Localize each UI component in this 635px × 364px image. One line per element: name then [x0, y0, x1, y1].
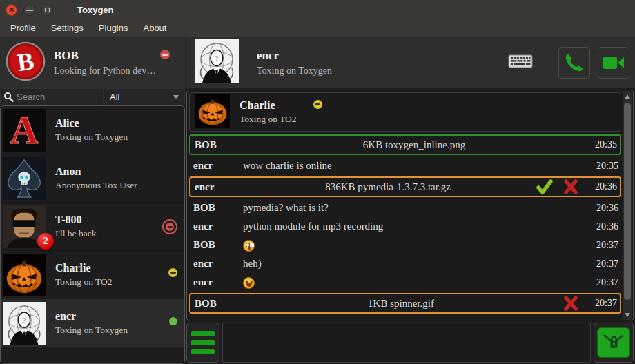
menubar: Profile Settings Plugins About [0, 19, 635, 37]
message-text: pymedia? what is it? [243, 202, 585, 214]
message-row: encrwow charlie is online20:35 [189, 156, 621, 175]
message-text [243, 239, 585, 251]
message-row: BOB20:37 [189, 236, 621, 254]
toxygen-window: ✕ — Toxygen Profile Settings Plugins Abo… [0, 0, 635, 364]
online-status-icon [169, 317, 177, 325]
contact-avatar [3, 157, 46, 200]
file-name-size: 836KB pymedia-1.3.7.3.tar.gz [244, 181, 531, 193]
contact-row-charlie[interactable]: CharlieToxing on TO2 [1, 251, 184, 299]
contact-row-anon[interactable]: AnonAnonymous Tox User [1, 154, 184, 203]
scroll-up-arrow[interactable] [623, 91, 632, 101]
message-row: encrpython module for mp3 recording20:36 [189, 217, 621, 236]
away-status-icon [313, 99, 322, 112]
contact-status-message: Toxing on TO2 [55, 276, 113, 287]
card-name: Charlie [240, 99, 275, 112]
scrollbar-thumb[interactable] [624, 103, 631, 300]
chat-scrollbar[interactable] [623, 91, 632, 320]
titlebar: ✕ — Toxygen [0, 0, 635, 19]
file-transfer-row: BOB6KB toxygen_inline.png20:35 [189, 134, 621, 155]
away-status-icon [313, 100, 322, 109]
message-row: encrheh)20:37 [189, 254, 621, 273]
message-row: BOBpymedia? what is it?20:36 [189, 199, 621, 217]
message-text: python module for mp3 recording [243, 221, 585, 232]
maximize-button[interactable] [41, 4, 53, 16]
peer-name: encr [257, 49, 332, 63]
contact-name: Anon [55, 165, 137, 178]
message-sender: encr [195, 181, 244, 193]
contact-name: Charlie [55, 262, 113, 274]
self-name[interactable]: BOB [54, 49, 156, 63]
busy-status-icon[interactable] [160, 50, 170, 62]
contact-status-message: I'll be back [55, 228, 96, 239]
self-profile-block: B BOB Looking for Python dev… [0, 37, 185, 88]
contact-status-message: Toxing on Toxygen [55, 132, 128, 143]
shocked-smiley-icon [243, 240, 255, 252]
message-time: 20:37 [585, 240, 618, 251]
menu-profile[interactable]: Profile [3, 20, 43, 36]
contact-status-message: Anonymous Tox User [55, 180, 137, 191]
chat-column: Charlie Toxing on TO2 BOB6KB toxygen_inl… [185, 88, 635, 364]
close-button[interactable]: ✕ [6, 4, 17, 16]
contact-filter-dropdown[interactable]: All [104, 88, 185, 105]
message-time: 20:37 [585, 277, 618, 288]
menu-settings[interactable]: Settings [43, 20, 91, 36]
unread-count-badge: 2 [37, 233, 54, 250]
message-input[interactable] [222, 323, 591, 363]
encrypted-send-icon [602, 333, 625, 352]
message-list: BOB6KB toxygen_inline.png20:35encrwow ch… [189, 134, 621, 314]
message-sender: BOB [193, 202, 243, 214]
attachment-menu-button[interactable] [186, 323, 219, 363]
menu-about[interactable]: About [135, 20, 174, 36]
contact-avatar [3, 254, 46, 296]
message-time: 20:35 [585, 161, 618, 172]
message-sender: BOB [193, 239, 243, 251]
decline-transfer-button[interactable] [560, 179, 581, 195]
self-status-message[interactable]: Looking for Python dev… [54, 65, 156, 77]
sidebar: All AAliceToxing on Toxygen AnonAnonymou… [0, 88, 185, 364]
scrollbar-track[interactable] [623, 101, 632, 310]
self-avatar[interactable]: B [6, 41, 46, 84]
header: B BOB Looking for Python dev… ? encr Tox… [0, 37, 635, 88]
svg-text:?: ? [23, 316, 26, 324]
decline-icon [562, 295, 580, 312]
hamburger-icon [191, 331, 215, 336]
scroll-down-arrow[interactable] [623, 310, 632, 320]
accept-transfer-button[interactable] [534, 179, 555, 195]
phone-icon [564, 52, 585, 73]
message-time: 20:35 [584, 139, 617, 150]
contact-row-t-800[interactable]: 2T-800I'll be back [1, 203, 184, 251]
contact-list: AAliceToxing on Toxygen AnonAnonymous To… [0, 105, 185, 364]
contact-name: T-800 [55, 214, 96, 226]
svg-text:?: ? [215, 54, 219, 62]
contact-avatar: A [3, 109, 46, 152]
audio-call-button[interactable] [558, 47, 590, 79]
minimize-button[interactable]: — [23, 4, 35, 16]
send-button-container [594, 323, 634, 363]
accept-icon [535, 179, 554, 195]
contact-notification-card: Charlie Toxing on TO2 [189, 92, 621, 132]
decline-icon [562, 179, 580, 195]
peer-status-message: Toxing on Toxygen [257, 65, 332, 77]
file-transfer-row: BOB1KB spinner.gif20:37 [189, 293, 621, 314]
window-title: Toxygen [77, 5, 114, 15]
chat-history: Charlie Toxing on TO2 BOB6KB toxygen_inl… [186, 90, 634, 321]
message-sender: encr [193, 160, 243, 172]
video-camera-icon [602, 53, 625, 72]
message-sender: BOB [195, 298, 244, 310]
file-name-size: 6KB toxygen_inline.png [244, 139, 584, 151]
send-button[interactable] [597, 327, 630, 358]
contact-row-alice[interactable]: AAliceToxing on Toxygen [1, 106, 184, 154]
message-sender: BOB [195, 139, 244, 151]
menu-plugins[interactable]: Plugins [91, 20, 136, 36]
svg-text:A: A [10, 109, 39, 152]
search-box [0, 88, 104, 105]
peer-avatar: ? [195, 39, 239, 86]
search-input[interactable] [17, 92, 100, 102]
keyboard-icon[interactable] [508, 53, 533, 72]
card-avatar [195, 94, 230, 131]
file-transfer-row: encr836KB pymedia-1.3.7.3.tar.gz20:36 [189, 176, 621, 197]
video-call-button[interactable] [598, 47, 629, 79]
decline-transfer-button[interactable] [560, 295, 581, 312]
message-time: 20:36 [584, 181, 617, 192]
contact-row-encr[interactable]: ? encrToxing on Toxygen [1, 299, 184, 347]
